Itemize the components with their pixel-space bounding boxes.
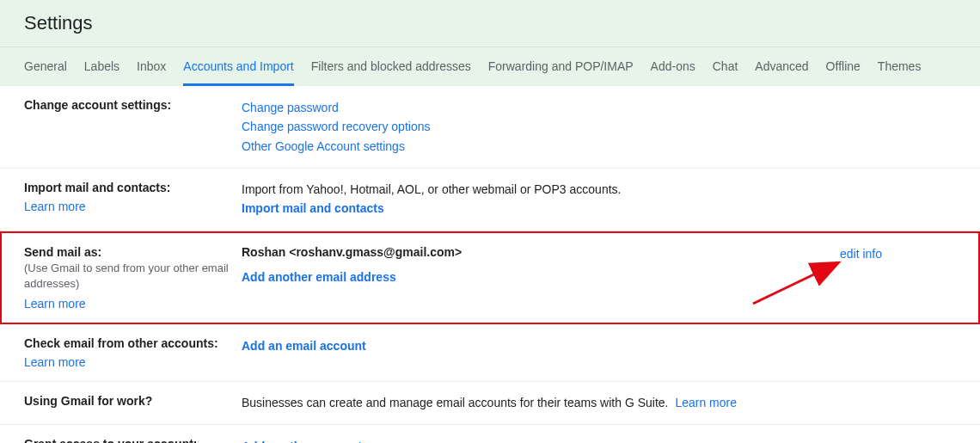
work-gmail-desc: Businesses can create and manage email a… xyxy=(242,396,668,409)
change-account-title: Change account settings: xyxy=(24,98,242,112)
check-email-title: Check email from other accounts: xyxy=(24,336,242,350)
section-work-gmail: Using Gmail for work? Businesses can cre… xyxy=(0,382,980,425)
tab-offline[interactable]: Offline xyxy=(826,47,861,86)
section-send-mail-as: Send mail as: (Use Gmail to send from yo… xyxy=(0,231,980,324)
grant-access-title: Grant access to your account: xyxy=(24,437,242,443)
import-mail-action[interactable]: Import mail and contacts xyxy=(242,199,959,218)
add-another-email-link[interactable]: Add another email address xyxy=(242,268,959,286)
import-mail-title: Import mail and contacts: xyxy=(24,181,242,194)
add-another-account-link[interactable]: Add another account xyxy=(242,437,959,443)
settings-tabs: General Labels Inbox Accounts and Import… xyxy=(0,47,980,86)
tab-filters[interactable]: Filters and blocked addresses xyxy=(311,47,471,86)
tab-advanced[interactable]: Advanced xyxy=(755,47,808,86)
check-email-learn-more[interactable]: Learn more xyxy=(24,355,86,369)
tab-addons[interactable]: Add-ons xyxy=(651,47,695,86)
tab-inbox[interactable]: Inbox xyxy=(137,47,166,86)
section-grant-access: Grant access to your account: (Allow oth… xyxy=(0,425,980,443)
work-gmail-learn-more[interactable]: Learn more xyxy=(675,396,737,409)
section-import-mail: Import mail and contacts: Learn more Imp… xyxy=(0,169,980,231)
tab-forwarding[interactable]: Forwarding and POP/IMAP xyxy=(488,47,634,86)
import-mail-learn-more[interactable]: Learn more xyxy=(24,200,86,213)
import-mail-desc: Import from Yahoo!, Hotmail, AOL, or oth… xyxy=(242,181,959,199)
settings-header: Settings xyxy=(0,0,980,47)
send-mail-as-title: Send mail as: xyxy=(24,245,242,259)
tab-general[interactable]: General xyxy=(24,47,67,86)
add-email-account-link[interactable]: Add an email account xyxy=(242,336,959,355)
send-mail-as-sub: (Use Gmail to send from your other email… xyxy=(24,261,242,292)
change-password-link[interactable]: Change password xyxy=(242,98,959,117)
other-google-account-link[interactable]: Other Google Account settings xyxy=(242,137,959,156)
edit-info-link[interactable]: edit info xyxy=(840,247,882,261)
send-mail-as-learn-more[interactable]: Learn more xyxy=(24,297,86,311)
tab-accounts-and-import[interactable]: Accounts and Import xyxy=(183,47,293,86)
change-password-recovery-link[interactable]: Change password recovery options xyxy=(242,117,959,136)
page-title: Settings xyxy=(24,12,959,34)
tab-chat[interactable]: Chat xyxy=(713,47,738,86)
tab-themes[interactable]: Themes xyxy=(878,47,922,86)
settings-content: Change account settings: Change password… xyxy=(0,86,980,443)
section-change-account: Change account settings: Change password… xyxy=(0,86,980,169)
work-gmail-title: Using Gmail for work? xyxy=(24,394,242,408)
section-check-email: Check email from other accounts: Learn m… xyxy=(0,324,980,382)
tab-labels[interactable]: Labels xyxy=(84,47,119,86)
